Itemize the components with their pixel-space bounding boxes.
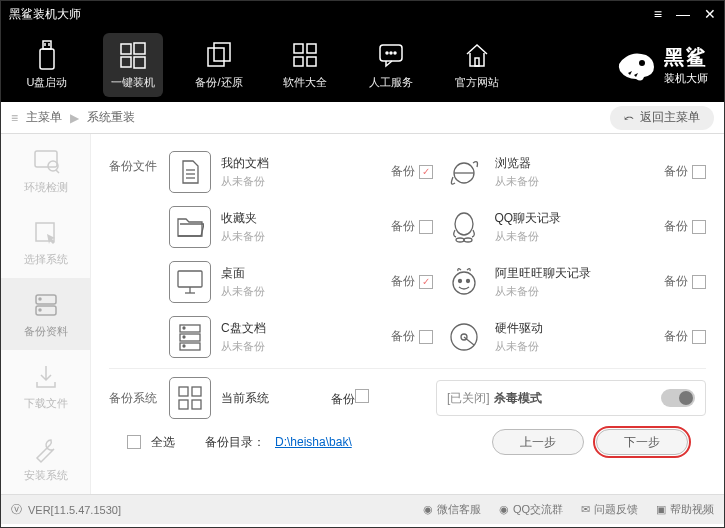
feedback[interactable]: ✉ 问题反馈 [581, 502, 638, 517]
close-icon[interactable]: ✕ [704, 6, 716, 22]
server-icon [169, 316, 211, 358]
ie-icon [443, 151, 485, 193]
wechat-support[interactable]: ◉ 微信客服 [423, 502, 481, 517]
item-sub: 从未备份 [495, 174, 665, 189]
antivirus-toggle[interactable] [661, 389, 695, 407]
backup-dir-link[interactable]: D:\heisha\bak\ [275, 435, 352, 449]
item-aliwangwang: 阿里旺旺聊天记录从未备份 备份 [443, 254, 707, 309]
svg-rect-50 [192, 387, 201, 396]
titlebar: 黑鲨装机大师 ≡ — ✕ [1, 1, 724, 27]
help-video[interactable]: ▣ 帮助视频 [656, 502, 714, 517]
chevron-down-icon[interactable]: ⓥ [11, 502, 22, 517]
step-install[interactable]: 安装系统 [1, 422, 90, 494]
item-hardware-driver: 硬件驱动从未备份 备份 [443, 309, 707, 364]
step-sidebar: 环境检测 选择系统 备份资料 下载文件 安装系统 [1, 134, 91, 494]
status-bar: ⓥ VER[11.5.47.1530] ◉ 微信客服 ◉ QQ交流群 ✉ 问题反… [1, 494, 724, 524]
step-download-label: 下载文件 [24, 396, 68, 411]
svg-point-38 [453, 272, 475, 294]
svg-point-26 [39, 298, 41, 300]
item-qq-chat: QQ聊天记录从未备份 备份 [443, 199, 707, 254]
svg-point-33 [456, 238, 464, 242]
nav-service[interactable]: 人工服务 [361, 33, 421, 97]
checkbox-docs[interactable] [419, 165, 433, 179]
item-name: 当前系统 [221, 390, 331, 407]
hdd-icon [443, 316, 485, 358]
windows-squares-icon [169, 377, 211, 419]
menu-icon[interactable]: ≡ [654, 6, 662, 22]
svg-point-46 [183, 345, 185, 347]
qq-group[interactable]: ◉ QQ交流群 [499, 502, 563, 517]
aliwang-icon [443, 261, 485, 303]
checkbox-cdrive[interactable] [419, 330, 433, 344]
step-install-label: 安装系统 [24, 468, 68, 483]
back-main-button[interactable]: ⤺ 返回主菜单 [610, 106, 714, 130]
nav-backup-restore[interactable]: 备份/还原 [189, 33, 249, 97]
step-select-system[interactable]: 选择系统 [1, 206, 90, 278]
svg-rect-10 [294, 44, 303, 53]
apps-icon [289, 39, 321, 71]
svg-rect-18 [475, 58, 479, 66]
nav-software[interactable]: 软件大全 [275, 33, 335, 97]
select-all-label: 全选 [151, 434, 175, 451]
step-env-check[interactable]: 环境检测 [1, 134, 90, 206]
kill-text: 杀毒模式 [494, 390, 542, 407]
chat-icon [375, 39, 407, 71]
prev-button[interactable]: 上一步 [492, 429, 584, 455]
minimize-icon[interactable]: — [676, 6, 690, 22]
checkbox-desktop[interactable] [419, 275, 433, 289]
item-my-documents: 我的文档从未备份 备份 [169, 144, 433, 199]
item-name: 收藏夹 [221, 210, 391, 227]
item-name: 我的文档 [221, 155, 391, 172]
checkbox-fav[interactable] [419, 220, 433, 234]
nav-usb-label: U盘启动 [27, 75, 68, 90]
svg-point-17 [394, 52, 396, 54]
checkbox-cursys[interactable] [355, 389, 369, 403]
item-sub: 从未备份 [495, 229, 665, 244]
item-sub: 从未备份 [221, 229, 391, 244]
nav-usb-boot[interactable]: U盘启动 [17, 33, 77, 97]
backup-label: 备份 [664, 218, 688, 235]
step-download[interactable]: 下载文件 [1, 350, 90, 422]
crumb-root[interactable]: 主菜单 [26, 109, 62, 126]
shark-icon [614, 45, 658, 85]
main-area: 环境检测 选择系统 备份资料 下载文件 安装系统 备份文件 我的文档 [1, 134, 724, 494]
antivirus-mode-box: [已关闭] 杀毒模式 [436, 380, 706, 416]
checkbox-browser[interactable] [692, 165, 706, 179]
svg-rect-9 [214, 43, 230, 61]
monitor-icon [169, 261, 211, 303]
crumb-current: 系统重装 [87, 109, 135, 126]
checkbox-qq[interactable] [692, 220, 706, 234]
svg-rect-51 [179, 400, 188, 409]
svg-point-32 [455, 213, 473, 235]
svg-rect-8 [208, 48, 224, 66]
svg-point-27 [39, 309, 41, 311]
home-icon [461, 39, 493, 71]
nav-onekey-install[interactable]: 一键装机 [103, 33, 163, 97]
chevron-right-icon: ▶ [70, 111, 79, 125]
item-name: C盘文档 [221, 320, 391, 337]
svg-rect-52 [192, 400, 201, 409]
next-button[interactable]: 下一步 [596, 429, 688, 455]
download-icon [31, 362, 61, 392]
svg-point-34 [464, 238, 472, 242]
checkbox-driver[interactable] [692, 330, 706, 344]
backup-files-section: 备份文件 我的文档从未备份 备份 浏览器从未备份 备份 收藏夹从未备份 [109, 144, 706, 364]
checkbox-select-all[interactable] [127, 435, 141, 449]
brand: 黑鲨 装机大师 [614, 44, 708, 86]
item-name: QQ聊天记录 [495, 210, 665, 227]
svg-rect-11 [307, 44, 316, 53]
checkbox-ali[interactable] [692, 275, 706, 289]
content: 备份文件 我的文档从未备份 备份 浏览器从未备份 备份 收藏夹从未备份 [91, 134, 724, 494]
copy-icon [203, 39, 235, 71]
svg-rect-12 [294, 57, 303, 66]
svg-rect-13 [307, 57, 316, 66]
version-text: VER[11.5.47.1530] [28, 504, 121, 516]
svg-rect-5 [134, 43, 145, 54]
back-label: 返回主菜单 [640, 109, 700, 126]
document-icon [169, 151, 211, 193]
nav-website[interactable]: 官方网站 [447, 33, 507, 97]
step-backup-data[interactable]: 备份资料 [1, 278, 90, 350]
nav-onekey-label: 一键装机 [111, 75, 155, 90]
nav-backup-label: 备份/还原 [195, 75, 242, 90]
list-icon: ≡ [11, 111, 18, 125]
